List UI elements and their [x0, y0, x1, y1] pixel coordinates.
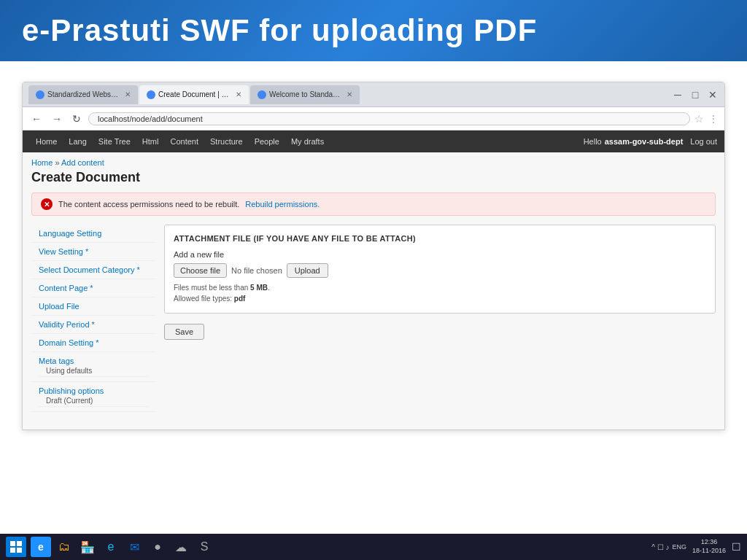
cms-nav-item-lang[interactable]: Lang — [63, 131, 92, 152]
tray-icons: ^ ☐ ♪ — [651, 543, 669, 551]
rebuild-permissions-link[interactable]: Rebuild permissions. — [245, 200, 320, 209]
file-name-display: No file chosen — [231, 266, 282, 275]
sidebar-link-view-setting[interactable]: View Setting * — [39, 247, 88, 256]
taskbar-icon-edge[interactable]: e — [101, 537, 121, 557]
browser-tab-tab2[interactable]: Create Document | Stan...✕ — [139, 85, 249, 104]
breadcrumb-home[interactable]: Home — [31, 158, 53, 167]
taskbar-icon-folder[interactable]: 🗂 — [54, 537, 74, 557]
upload-button[interactable]: Upload — [287, 263, 328, 278]
file-size-label: Files must be less than — [174, 284, 248, 292]
tab-close-button[interactable]: ✕ — [236, 90, 241, 98]
tab-close-button[interactable]: ✕ — [125, 90, 131, 98]
sidebar-item-publishing-options[interactable]: Publishing optionsDraft (Current) — [31, 382, 155, 412]
breadcrumb-add-content[interactable]: Add content — [61, 158, 104, 167]
sidebar-item-meta-tags[interactable]: Meta tagsUsing defaults — [31, 352, 155, 382]
browser-tab-tab3[interactable]: Welcome to Standardiz...✕ — [250, 85, 360, 104]
sidebar-link-language-setting[interactable]: Language Setting — [39, 229, 101, 238]
taskbar-icon-ie[interactable]: e — [31, 537, 51, 557]
save-row: Save — [164, 324, 716, 340]
add-file-label: Add a new file — [174, 250, 706, 259]
alert-message: The content access permissions need to b… — [58, 200, 239, 209]
cms-nav-item-structure[interactable]: Structure — [204, 131, 249, 152]
sidebar-link-domain-setting[interactable]: Domain Setting * — [39, 338, 99, 347]
tab-label: Standardized Website Fr... — [47, 90, 119, 98]
start-button[interactable] — [6, 537, 26, 557]
alert-bar: ✕ The content access permissions need to… — [31, 192, 716, 216]
spacer — [0, 61, 747, 82]
logout-button[interactable]: Log out — [690, 137, 717, 146]
sidebar-link-meta-tags[interactable]: Meta tags — [39, 357, 74, 365]
page-content: Home » Add content Create Document ✕ The… — [23, 152, 724, 429]
sidebar-item-select-doc-cat[interactable]: Select Document Category * — [31, 261, 155, 279]
cms-navbar: HomeLangSite TreeHtmlContentStructurePeo… — [23, 131, 724, 152]
sidebar-item-domain-setting[interactable]: Domain Setting * — [31, 334, 155, 352]
sidebar-link-content-page[interactable]: Content Page * — [39, 284, 93, 292]
tab-label: Welcome to Standardiz... — [269, 90, 341, 98]
taskbar: e🗂🏪e✉●☁S ^ ☐ ♪ ENG 12:36 18-11-2016 ☐ — [0, 534, 747, 560]
browser-titlebar: Standardized Website Fr...✕Create Docume… — [23, 82, 724, 107]
taskbar-icon-store[interactable]: 🏪 — [77, 537, 98, 557]
minimize-button[interactable]: ─ — [672, 89, 684, 101]
breadcrumb-separator: » — [55, 158, 61, 167]
cms-nav-item-site-tree[interactable]: Site Tree — [93, 131, 136, 152]
attachment-title: ATTACHMENT FILE (IF YOU HAVE ANY FILE TO… — [174, 234, 706, 243]
banner-title: e-Prastuti SWF for uploading PDF — [22, 13, 537, 48]
sidebar-item-language-setting[interactable]: Language Setting — [31, 225, 155, 243]
username-label: assam-gov-sub-dept — [605, 137, 684, 146]
taskbar-icon-mail[interactable]: ✉ — [124, 537, 144, 557]
cms-nav-item-home[interactable]: Home — [30, 131, 63, 152]
address-bar[interactable] — [88, 112, 690, 125]
notification-button[interactable]: ☐ — [732, 541, 741, 553]
sidebar-item-view-setting[interactable]: View Setting * — [31, 243, 155, 261]
hello-label: Hello — [584, 137, 602, 146]
back-button[interactable]: ← — [28, 112, 44, 126]
sidebar-link-validity-period[interactable]: Validity Period * — [39, 320, 95, 329]
breadcrumb: Home » Add content — [31, 158, 716, 167]
refresh-button[interactable]: ↻ — [69, 112, 84, 126]
taskbar-icon-other2[interactable]: ☁ — [171, 537, 191, 557]
taskbar-clock: 12:36 18-11-2016 — [692, 538, 726, 555]
maximize-button[interactable]: □ — [689, 89, 701, 101]
forward-button[interactable]: → — [49, 112, 65, 126]
sidebar-link-publishing-options[interactable]: Publishing options — [39, 386, 104, 395]
browser-menu-icon[interactable]: ⋮ — [708, 113, 719, 125]
file-input-row: Choose file No file chosen Upload — [174, 263, 706, 278]
taskbar-items: e🗂🏪e✉●☁S — [31, 537, 651, 557]
window-controls[interactable]: ─ □ ✕ — [672, 89, 719, 101]
allowed-types-value: pdf — [234, 295, 246, 303]
allowed-types-label: Allowed file types: — [174, 295, 232, 303]
browser-tabs: Standardized Website Fr...✕Create Docume… — [28, 85, 666, 104]
cms-nav-item-people[interactable]: People — [249, 131, 285, 152]
svg-rect-3 — [17, 548, 22, 553]
choose-file-button[interactable]: Choose file — [174, 263, 227, 278]
sidebar-item-upload-file[interactable]: Upload File — [31, 298, 155, 316]
tab-close-button[interactable]: ✕ — [347, 90, 352, 98]
windows-logo-icon — [10, 541, 22, 553]
sidebar-item-validity-period[interactable]: Validity Period * — [31, 316, 155, 334]
sidebar-sub-meta-tags: Using defaults — [39, 365, 148, 377]
close-button[interactable]: ✕ — [707, 89, 719, 101]
taskbar-icon-other1[interactable]: ● — [147, 537, 168, 557]
save-button[interactable]: Save — [164, 324, 204, 340]
attachment-box: ATTACHMENT FILE (IF YOU HAVE ANY FILE TO… — [164, 225, 716, 314]
sidebar-item-content-page[interactable]: Content Page * — [31, 279, 155, 298]
tab-label: Create Document | Stan... — [158, 90, 230, 98]
title-banner: e-Prastuti SWF for uploading PDF — [0, 0, 747, 61]
sidebar-link-select-doc-cat[interactable]: Select Document Category * — [39, 265, 140, 274]
cms-nav-item-my-drafts[interactable]: My drafts — [285, 131, 330, 152]
file-info: Files must be less than 5 MB. Allowed fi… — [174, 282, 706, 304]
sidebar: Language SettingView Setting *Select Doc… — [31, 225, 155, 412]
cms-nav-item-content[interactable]: Content — [164, 131, 204, 152]
tab-icon — [36, 90, 44, 99]
browser-tab-tab1[interactable]: Standardized Website Fr...✕ — [28, 85, 138, 104]
tab-icon — [147, 90, 155, 99]
right-panel: ATTACHMENT FILE (IF YOU HAVE ANY FILE TO… — [164, 225, 716, 412]
bookmark-icon[interactable]: ☆ — [694, 113, 704, 125]
alert-icon: ✕ — [41, 198, 53, 210]
sidebar-link-upload-file[interactable]: Upload File — [39, 302, 80, 311]
cms-nav-item-html[interactable]: Html — [136, 131, 165, 152]
cms-nav-right: Hello assam-gov-sub-dept Log out — [584, 137, 717, 146]
main-layout: Language SettingView Setting *Select Doc… — [31, 225, 716, 412]
clock-time: 12:36 — [692, 538, 726, 547]
taskbar-icon-skype[interactable]: S — [194, 537, 214, 557]
